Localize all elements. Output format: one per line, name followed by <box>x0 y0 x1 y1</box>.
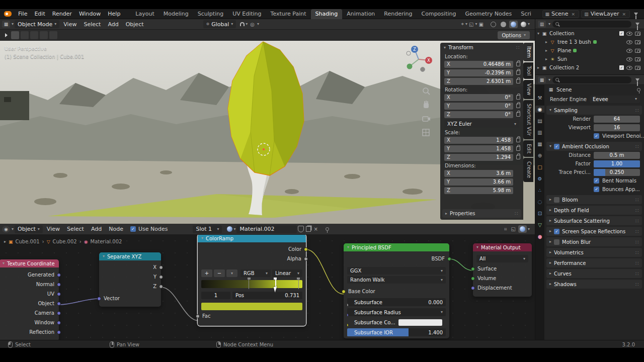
breadcrumb-object[interactable]: Cube.001 <box>16 239 40 244</box>
socket-reflection[interactable] <box>57 330 61 334</box>
ao-distance-field[interactable]: 0.5 m <box>594 152 640 159</box>
gizmo-minus-axis2[interactable] <box>407 51 411 55</box>
color-mode-dropdown[interactable]: RGB▾ <box>240 269 271 277</box>
properties-subpanel[interactable]: ▸ Properties ∷ <box>442 209 521 218</box>
socket-base-color[interactable] <box>342 290 346 294</box>
menu-file[interactable]: File <box>15 9 31 19</box>
move-view-hand-icon[interactable] <box>422 101 431 110</box>
npanel-tab-shortcut[interactable]: Shortcut VUr <box>523 100 533 139</box>
outliner-item-sun[interactable]: ▸ ☀ Sun <box>535 55 644 63</box>
panel-ambient-occlusion[interactable]: ▾ ✓ Ambient Occlusion ∷ <box>546 142 642 151</box>
panel-shadows[interactable]: ▸Shadows∷ <box>546 280 642 289</box>
npanel-tab-create[interactable]: Create <box>523 158 533 182</box>
viewport-menu-object[interactable]: Object <box>123 21 147 28</box>
dim-z-field[interactable]: Z5.98 m <box>444 187 513 194</box>
shader-right-caret-icon[interactable]: ▾ <box>528 227 530 231</box>
breadcrumb-caret-icon[interactable]: ▸ <box>4 240 6 244</box>
tab-material[interactable]: ● <box>535 233 544 240</box>
socket-surface[interactable] <box>471 267 475 271</box>
tab-view-layer[interactable]: ▥ <box>535 129 544 136</box>
target-dropdown[interactable]: All▾ <box>476 255 528 262</box>
npanel-tab-edit[interactable]: Edit <box>523 140 533 157</box>
blender-logo-icon[interactable] <box>4 11 12 17</box>
socket-uv[interactable] <box>57 292 61 296</box>
socket-z[interactable] <box>159 285 163 289</box>
mode-dropdown[interactable]: Object Mode ▾ <box>15 20 59 28</box>
npanel-tab-tool[interactable]: Tool <box>523 62 533 79</box>
shader-type-dropdown[interactable]: Object ▾ <box>15 225 43 233</box>
samples-viewport-field[interactable]: 16 <box>594 124 640 131</box>
socket-subsurface[interactable] <box>347 303 349 306</box>
drag-handle-icon[interactable]: ∷ <box>516 45 520 50</box>
render-engine-dropdown[interactable]: Eevee ▾ <box>590 96 640 103</box>
shading-solid-button[interactable] <box>499 21 508 28</box>
disable-render-icon[interactable] <box>635 66 640 70</box>
socket-x[interactable] <box>159 265 163 269</box>
overlay-node-icon[interactable]: ◱ <box>510 226 517 232</box>
rotation-x-field[interactable]: X0° <box>444 94 513 101</box>
snap-caret-icon[interactable]: ▾ <box>246 22 248 26</box>
shader-menu-select[interactable]: Select <box>64 226 87 232</box>
lock-icon[interactable] <box>516 104 520 108</box>
node-material-output[interactable]: ▾ Material Output All▾ Surface Volume Di… <box>473 243 532 297</box>
hide-eye-icon[interactable] <box>626 57 632 61</box>
panel-volumetrics[interactable]: ▸Volumetrics∷ <box>546 248 642 257</box>
panel-depth-of-field[interactable]: ▸Depth of Field∷ <box>546 206 642 215</box>
socket-window[interactable] <box>57 321 61 325</box>
viewlayer-remove-icon[interactable]: × <box>621 12 627 17</box>
remove-stop-button[interactable]: − <box>214 269 225 277</box>
socket-vector[interactable] <box>97 297 101 301</box>
proportional-caret-icon[interactable]: ▾ <box>257 22 259 26</box>
panel-performance[interactable]: ▸Performance∷ <box>546 258 642 267</box>
menu-help[interactable]: Help <box>104 9 124 19</box>
shading-rendered-button[interactable] <box>519 21 528 28</box>
tab-shading[interactable]: Shading <box>311 9 343 19</box>
distribution-dropdown[interactable]: GGX▾ <box>347 267 446 275</box>
tab-animation[interactable]: Animation <box>342 9 379 19</box>
node-header[interactable]: ▾ Texture Coordinate <box>0 259 59 267</box>
use-nodes-toggle[interactable]: ✓ Use Nodes <box>130 226 168 232</box>
interpolation-dropdown[interactable]: Linear▾ <box>272 269 302 277</box>
breadcrumb-material[interactable]: Material.002 <box>91 239 122 244</box>
panel-sampling[interactable]: ▾ Sampling ∷ <box>546 106 642 115</box>
options-button[interactable]: Options ▾ <box>498 31 530 39</box>
socket-bsdf[interactable] <box>447 257 451 261</box>
tab-texture-paint[interactable]: Texture Paint <box>266 9 311 19</box>
zoom-icon[interactable] <box>422 87 431 96</box>
editor-type-caret-icon[interactable]: ▾ <box>12 22 14 26</box>
subsurface-slider[interactable]: Subsurface0.000 <box>347 298 446 306</box>
viewlayer-selector[interactable]: ▥ ViewLayer × <box>581 10 630 18</box>
slot-dropdown[interactable]: Slot 1 ▾ <box>193 225 222 233</box>
panel-bloom[interactable]: ▸Bloom∷ <box>546 195 642 204</box>
shading-wireframe-button[interactable] <box>489 21 498 28</box>
node-editor-canvas[interactable]: ▸ ▣ Cube.001 › ▽ Cube.002 › ◉ Material.0… <box>0 235 535 340</box>
shader-menu-view[interactable]: View <box>44 226 63 232</box>
disable-render-icon[interactable] <box>635 49 640 53</box>
outliner-item-collection[interactable]: ▾ ▣ Collection ✓ <box>535 29 644 38</box>
socket-normal[interactable] <box>57 283 61 287</box>
copy-material-icon[interactable] <box>306 226 311 232</box>
pin-icon[interactable] <box>637 88 640 92</box>
select-mode-new-icon[interactable] <box>21 31 29 39</box>
scale-z-field[interactable]: Z1.294 <box>444 154 513 161</box>
rotation-z-field[interactable]: Z0° <box>444 111 513 118</box>
tab-object-data[interactable]: ▽ <box>535 221 544 228</box>
snap-node-icon[interactable]: ⌗ <box>503 226 509 232</box>
lock-icon[interactable] <box>516 146 520 151</box>
socket-object[interactable] <box>57 302 61 306</box>
lock-icon[interactable] <box>516 62 520 66</box>
menu-edit[interactable]: Edit <box>31 9 48 19</box>
tab-world[interactable]: ⊕ <box>535 152 544 159</box>
sss-method-dropdown[interactable]: Random Walk▾ <box>347 276 446 284</box>
ramp-options-button[interactable]: ▾ <box>226 269 237 277</box>
tab-tool[interactable]: ⚒ <box>535 94 544 101</box>
socket-fac[interactable] <box>196 314 200 318</box>
properties-caret-icon[interactable]: ▾ <box>548 78 550 82</box>
disable-render-icon[interactable] <box>635 32 640 36</box>
stop-color-swatch[interactable] <box>201 303 302 310</box>
subsurface-color-swatch[interactable] <box>398 319 442 326</box>
panel-curves[interactable]: ▸Curves∷ <box>546 269 642 278</box>
lock-icon[interactable] <box>516 79 520 83</box>
bounces-checkbox[interactable]: ✓ <box>594 187 599 192</box>
tab-render[interactable]: ◉ <box>535 106 544 113</box>
